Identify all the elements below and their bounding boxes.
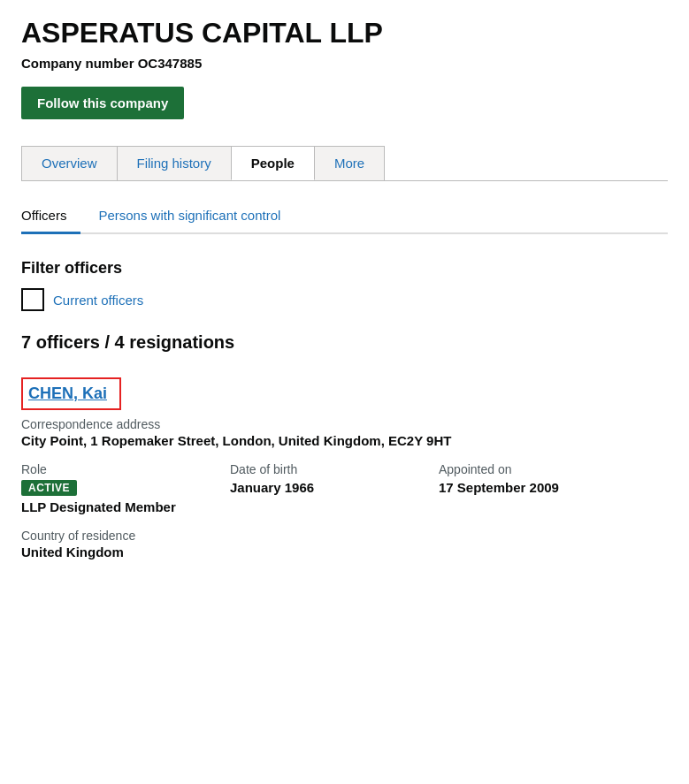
officer-name-box: CHEN, Kai [21,377,121,410]
filter-title: Filter officers [21,259,668,278]
officers-count: 7 officers / 4 resignations [21,332,668,353]
tab-overview[interactable]: Overview [21,146,118,180]
correspondence-address: City Point, 1 Ropemaker Street, London, … [21,433,668,448]
subnav-psc[interactable]: Persons with significant control [98,201,295,234]
current-officers-checkbox[interactable] [21,288,44,311]
follow-company-button[interactable]: Follow this company [21,87,184,119]
appointed-value: 17 September 2009 [439,480,633,495]
officer-card: CHEN, Kai Correspondence address City Po… [21,377,668,559]
correspondence-label: Correspondence address [21,417,668,431]
company-number: Company number OC347885 [21,56,668,71]
country-value: United Kingdom [21,544,668,559]
country-label: Country of residence [21,529,668,543]
officer-details: Role ACTIVE LLP Designated Member Date o… [21,462,668,514]
role-row: ACTIVE [21,480,216,496]
role-value: LLP Designated Member [21,499,216,514]
dob-label: Date of birth [230,462,425,476]
appointed-col: Appointed on 17 September 2009 [439,462,633,514]
company-number-value: OC347885 [138,56,203,71]
tab-more[interactable]: More [314,146,385,180]
company-title: ASPERATUS CAPITAL LLP [21,18,668,49]
company-number-label: Company number [21,56,134,71]
subnav-officers[interactable]: Officers [21,201,80,234]
officer-name-link[interactable]: CHEN, Kai [28,384,107,402]
tab-people[interactable]: People [231,146,315,180]
active-badge: ACTIVE [21,480,77,496]
sub-navigation: Officers Persons with significant contro… [21,201,668,234]
dob-col: Date of birth January 1966 [230,462,425,514]
main-tabs: Overview Filing history People More [21,146,668,181]
filter-section: Filter officers Current officers [21,259,668,311]
tab-filing-history[interactable]: Filing history [117,146,232,180]
appointed-label: Appointed on [439,462,633,476]
current-officers-filter[interactable]: Current officers [21,288,668,311]
role-col: Role ACTIVE LLP Designated Member [21,462,216,514]
role-label: Role [21,462,216,476]
current-officers-label: Current officers [53,293,143,308]
country-section: Country of residence United Kingdom [21,529,668,559]
dob-value: January 1966 [230,480,425,495]
